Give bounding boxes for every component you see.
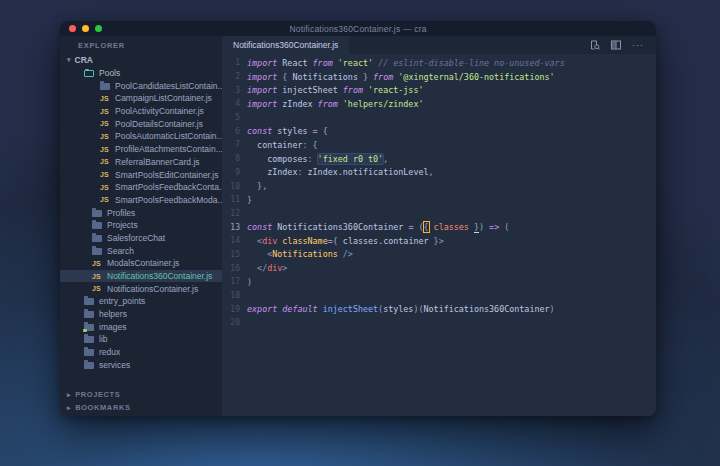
js-file-icon: JS bbox=[100, 108, 110, 115]
tree-item-label: Search bbox=[107, 246, 134, 256]
line-number: 10 bbox=[222, 182, 240, 191]
code-line[interactable]: 9 zIndex: zIndex.notificationLevel, bbox=[222, 166, 656, 180]
code-line[interactable]: 14 <div className={ classes.container }> bbox=[222, 234, 656, 248]
tree-item-label: NotificationsContainer.js bbox=[107, 284, 198, 294]
tree-item[interactable]: PoolCandidatesListContain... bbox=[60, 79, 222, 92]
tree-item[interactable]: JSSmartPoolsFeedbackModa... bbox=[60, 194, 222, 207]
file-tree: PoolsPoolCandidatesListContain...JSCampa… bbox=[60, 67, 222, 372]
folder-icon bbox=[84, 362, 94, 369]
code-line[interactable]: 3import injectSheet from 'react-jss' bbox=[222, 83, 656, 97]
tree-item-label: ModalsContainer.js bbox=[107, 258, 179, 268]
tree-item[interactable]: SalesforceChat bbox=[60, 232, 222, 245]
explorer-header: EXPLORER bbox=[60, 36, 222, 54]
code-line[interactable]: 10 }, bbox=[222, 179, 656, 193]
titlebar[interactable]: Notifications360Container.js — cra bbox=[60, 21, 656, 36]
section-label: PROJECTS bbox=[75, 390, 120, 399]
code-line[interactable]: 6const styles = { bbox=[222, 124, 656, 138]
tree-item[interactable]: Projects bbox=[60, 219, 222, 232]
tree-item[interactable]: lib bbox=[60, 333, 222, 346]
tree-item[interactable]: services bbox=[60, 359, 222, 372]
editor-actions: ··· bbox=[590, 36, 656, 54]
open-preview-icon[interactable] bbox=[590, 40, 600, 50]
line-number: 1 bbox=[222, 58, 240, 67]
code-line[interactable]: 5 bbox=[222, 111, 656, 125]
code-line[interactable]: 12 bbox=[222, 207, 656, 221]
code-line[interactable]: 16 </div> bbox=[222, 261, 656, 275]
tree-item[interactable]: JSPoolDetailsContainer.js bbox=[60, 117, 222, 130]
folder-icon bbox=[92, 222, 102, 229]
close-button[interactable] bbox=[69, 25, 76, 32]
code-line-text: <div className={ classes.container }> bbox=[247, 236, 444, 246]
code-line-text: <Notifications /> bbox=[247, 249, 353, 259]
tree-item[interactable]: redux bbox=[60, 346, 222, 359]
tree-item[interactable]: JSProfileAttachmentsContain... bbox=[60, 143, 222, 156]
line-number: 18 bbox=[222, 291, 240, 300]
js-file-icon: JS bbox=[100, 95, 110, 102]
code-area[interactable]: 1import React from 'react' // eslint-dis… bbox=[222, 54, 656, 416]
tree-item[interactable]: JSPoolActivityContainer.js bbox=[60, 105, 222, 118]
tree-item-label: entry_points bbox=[99, 296, 145, 306]
code-line-text: import { Notifications } from '@xingtern… bbox=[247, 72, 555, 82]
tree-item[interactable]: JSPoolsAutomaticListContain... bbox=[60, 130, 222, 143]
js-file-icon: JS bbox=[92, 273, 102, 280]
tree-item-label: helpers bbox=[99, 309, 127, 319]
traffic-lights bbox=[69, 25, 102, 32]
editor-pane: Notifications360Container.js ··· 1import… bbox=[222, 36, 656, 416]
tree-item[interactable]: JSSmartPoolsEditContainer.js bbox=[60, 168, 222, 181]
line-number: 6 bbox=[222, 127, 240, 136]
tree-item[interactable]: Pools bbox=[60, 67, 222, 80]
code-line-text: export default injectSheet(styles)(Notif… bbox=[247, 304, 555, 314]
tree-item[interactable]: JSModalsContainer.js bbox=[60, 257, 222, 270]
zoom-button[interactable] bbox=[95, 25, 102, 32]
code-line[interactable]: 4import zIndex from 'helpers/zindex' bbox=[222, 97, 656, 111]
editor-window: Notifications360Container.js — cra EXPLO… bbox=[60, 21, 656, 416]
line-number: 16 bbox=[222, 264, 240, 273]
tree-item[interactable]: Search bbox=[60, 244, 222, 257]
code-line[interactable]: 1import React from 'react' // eslint-dis… bbox=[222, 56, 656, 70]
folder-icon bbox=[84, 298, 94, 305]
code-line[interactable]: 13const Notifications360Container = ({ c… bbox=[222, 220, 656, 234]
sidebar-sections: ▸PROJECTS▸BOOKMARKS bbox=[60, 388, 222, 416]
line-number: 7 bbox=[222, 140, 240, 149]
code-line[interactable]: 17) bbox=[222, 275, 656, 289]
tree-item[interactable]: JSSmartPoolsFeedbackConta... bbox=[60, 181, 222, 194]
tree-item-label: Profiles bbox=[107, 208, 135, 218]
code-line[interactable]: 15 <Notifications /> bbox=[222, 248, 656, 262]
line-number: 14 bbox=[222, 236, 240, 245]
more-actions-icon[interactable]: ··· bbox=[632, 42, 644, 48]
folder-icon bbox=[92, 248, 102, 255]
tree-item[interactable]: JSCampaignListContainer.js bbox=[60, 92, 222, 105]
code-line[interactable]: 11} bbox=[222, 193, 656, 207]
line-number: 20 bbox=[222, 318, 240, 327]
code-line[interactable]: 8 composes: 'fixed r0 t0', bbox=[222, 152, 656, 166]
tree-item[interactable]: Profiles bbox=[60, 206, 222, 219]
code-line-text: const Notifications360Container = ({ cla… bbox=[247, 222, 509, 232]
line-number: 5 bbox=[222, 113, 240, 122]
code-line[interactable]: 7 container: { bbox=[222, 138, 656, 152]
tree-item-label: SmartPoolsEditContainer.js bbox=[115, 170, 218, 180]
sidebar-section-projects[interactable]: ▸PROJECTS bbox=[60, 388, 222, 401]
code-line[interactable]: 20 bbox=[222, 316, 656, 330]
tree-item[interactable]: JSNotifications360Container.js bbox=[60, 270, 222, 283]
js-file-icon: JS bbox=[100, 133, 110, 140]
code-line[interactable]: 18 bbox=[222, 289, 656, 303]
tree-item[interactable]: JSReferralBannerCard.js bbox=[60, 156, 222, 169]
tree-item-label: PoolActivityContainer.js bbox=[115, 106, 204, 116]
code-line[interactable]: 19export default injectSheet(styles)(Not… bbox=[222, 302, 656, 316]
split-editor-icon[interactable] bbox=[611, 40, 621, 50]
tree-item[interactable]: JSNotificationsContainer.js bbox=[60, 282, 222, 295]
minimize-button[interactable] bbox=[82, 25, 89, 32]
tree-item-label: Projects bbox=[107, 220, 138, 230]
sidebar-section-bookmarks[interactable]: ▸BOOKMARKS bbox=[60, 401, 222, 414]
tree-item[interactable]: images bbox=[60, 320, 222, 333]
tree-root-cra[interactable]: ▾ CRA bbox=[60, 54, 222, 67]
folder-icon bbox=[100, 83, 110, 90]
tab-notifications360container[interactable]: Notifications360Container.js bbox=[222, 36, 349, 54]
code-line[interactable]: 2import { Notifications } from '@xingter… bbox=[222, 70, 656, 84]
tree-item[interactable]: entry_points bbox=[60, 295, 222, 308]
js-file-icon: JS bbox=[92, 285, 102, 292]
tree-item-label: SalesforceChat bbox=[107, 233, 165, 243]
folder-icon bbox=[84, 311, 94, 318]
code-line-text: ) bbox=[247, 277, 252, 287]
tree-item[interactable]: helpers bbox=[60, 308, 222, 321]
